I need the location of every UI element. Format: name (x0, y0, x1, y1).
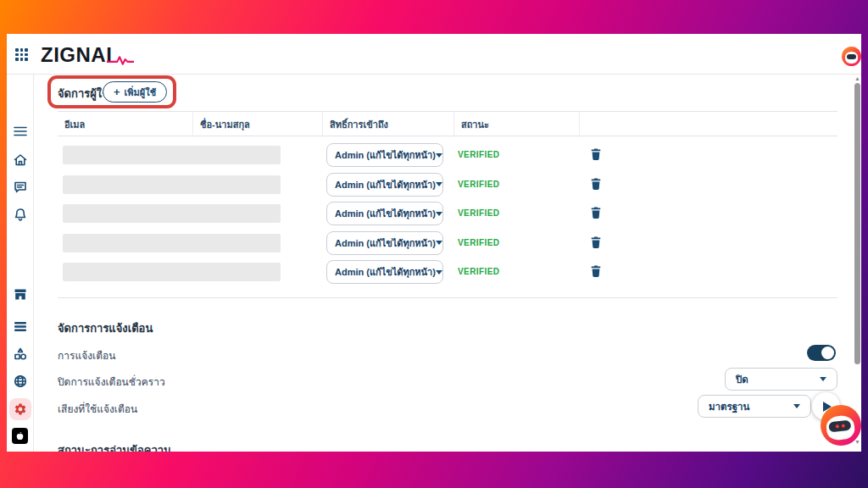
chevron-down-icon (436, 182, 442, 186)
apps-grid-icon[interactable] (15, 48, 28, 61)
mascot-eye (836, 424, 839, 428)
scrollbar-up-arrow[interactable]: ▲ (854, 75, 861, 82)
home-icon[interactable] (7, 153, 34, 167)
role-dropdown-value: Admin (แก้ไขได้ทุกหน้า) (335, 264, 436, 280)
read-status-section-title: สถานะการอ่านข้อความ (58, 441, 171, 452)
role-dropdown[interactable]: Admin (แก้ไขได้ทุกหน้า) (326, 173, 443, 197)
header-email: อีเมล (58, 112, 192, 137)
chevron-down-icon (820, 377, 826, 381)
table-header-row: อีเมล ชื่อ-นามสกุล สิทธิ์การเข้าถึง สถาน… (58, 111, 837, 136)
table-row: Admin (แก้ไขได้ทุกหน้า) VERIFIED (58, 199, 837, 229)
settings-gear-icon-active[interactable] (9, 398, 31, 420)
status-badge: VERIFIED (458, 180, 499, 189)
chevron-down-icon (436, 153, 442, 158)
status-badge: VERIFIED (458, 150, 499, 159)
chevron-down-icon (436, 241, 442, 245)
top-bar: ZIGNAI (7, 34, 861, 75)
menu-hamburger-icon[interactable] (7, 125, 34, 137)
plus-icon: + (114, 86, 120, 97)
bell-icon[interactable] (7, 208, 34, 222)
redacted-email-name (63, 204, 281, 223)
status-badge: VERIFIED (458, 267, 499, 276)
trash-icon[interactable] (590, 236, 602, 252)
sound-dropdown[interactable]: มาตรฐาน (698, 395, 811, 418)
trash-icon[interactable] (590, 206, 602, 223)
chat-icon[interactable] (7, 180, 34, 194)
trash-icon[interactable] (590, 264, 602, 281)
status-badge: VERIFIED (458, 208, 499, 218)
avatar-robot-visor (847, 54, 857, 59)
notifications-toggle[interactable] (807, 345, 836, 361)
role-dropdown[interactable]: Admin (แก้ไขได้ทุกหน้า) (326, 202, 443, 225)
trash-icon[interactable] (590, 177, 602, 194)
sidebar: v3.0.1 (7, 75, 34, 452)
mute-dropdown-value: ปิด (736, 372, 820, 387)
header-actions (579, 112, 837, 137)
storefront-icon[interactable] (7, 288, 34, 301)
section-divider (58, 297, 837, 298)
redacted-email-name (63, 146, 281, 164)
add-user-button[interactable]: + เพิ่มผู้ใช้ (103, 81, 167, 103)
sound-dropdown-value: มาตรฐาน (709, 399, 793, 414)
mascot-robot-face (826, 414, 855, 441)
redacted-email-name (63, 175, 281, 194)
role-dropdown[interactable]: Admin (แก้ไขได้ทุกหน้า) (326, 231, 443, 255)
pulse-icon (107, 54, 134, 66)
redacted-email-name (63, 234, 281, 252)
gradient-frame: ZIGNAI (0, 0, 868, 488)
table-row: Admin (แก้ไขได้ทุกหน้า) VERIFIED (58, 258, 837, 287)
role-dropdown-value: Admin (แก้ไขได้ทุกหน้า) (335, 177, 436, 192)
role-dropdown-value: Admin (แก้ไขได้ทุกหน้า) (335, 147, 436, 163)
chevron-down-icon (436, 270, 442, 274)
mute-dropdown[interactable]: ปิด (725, 368, 837, 391)
chatbot-mascot-button[interactable] (821, 405, 861, 446)
mascot-robot-visor (829, 419, 852, 432)
user-avatar[interactable] (842, 47, 861, 66)
sound-label: เสียงที่ใช้แจ้งเตือน (58, 401, 137, 417)
table-row: Admin (แก้ไขได้ทุกหน้า) VERIFIED (58, 141, 837, 170)
role-dropdown[interactable]: Admin (แก้ไขได้ทุกหน้า) (326, 260, 443, 284)
role-dropdown[interactable]: Admin (แก้ไขได้ทุกหน้า) (326, 143, 443, 167)
redacted-email-name (63, 263, 281, 281)
notifications-toggle-label: การแจ้งเตือน (58, 347, 115, 363)
trash-icon[interactable] (590, 147, 602, 164)
table-row: Admin (แก้ไขได้ทุกหน้า) VERIFIED (58, 229, 837, 258)
chevron-down-icon (436, 212, 442, 216)
brand-logo[interactable]: ZIGNAI (41, 42, 134, 68)
table-row: Admin (แก้ไขได้ทุกหน้า) VERIFIED (58, 170, 837, 200)
role-dropdown-value: Admin (แก้ไขได้ทุกหน้า) (335, 236, 436, 251)
chevron-down-icon (793, 404, 800, 408)
app-window: ZIGNAI (7, 34, 861, 452)
page-title: จัดการผู้ใช้ (58, 85, 109, 103)
status-badge: VERIFIED (458, 238, 499, 247)
header-name: ชื่อ-นามสกุล (192, 112, 322, 137)
mute-label: ปิดการแจ้งเตือนชั่วคราว (58, 374, 165, 390)
avatar-robot-face (845, 52, 859, 64)
mascot-eye (842, 424, 845, 427)
toggle-knob (821, 347, 834, 359)
shapes-icon[interactable] (7, 347, 34, 361)
role-dropdown-value: Admin (แก้ไขได้ทุกหน้า) (335, 206, 436, 221)
add-user-button-label: เพิ่มผู้ใช้ (125, 85, 157, 100)
users-table: อีเมล ชื่อ-นามสกุล สิทธิ์การเข้าถึง สถาน… (58, 111, 837, 136)
list-icon[interactable] (7, 321, 34, 332)
apple-appstore-icon[interactable] (12, 428, 28, 444)
header-status: สถานะ (453, 112, 579, 137)
scrollbar-thumb[interactable] (854, 83, 860, 364)
header-access: สิทธิ์การเข้าถึง (322, 112, 453, 137)
brand-logo-text: ZIGNAI (41, 43, 112, 67)
table-rows: Admin (แก้ไขได้ทุกหน้า) VERIFIED Admin (… (58, 141, 837, 287)
notifications-section-title: จัดการการแจ้งเตือน (58, 319, 153, 337)
globe-icon[interactable] (7, 374, 34, 388)
